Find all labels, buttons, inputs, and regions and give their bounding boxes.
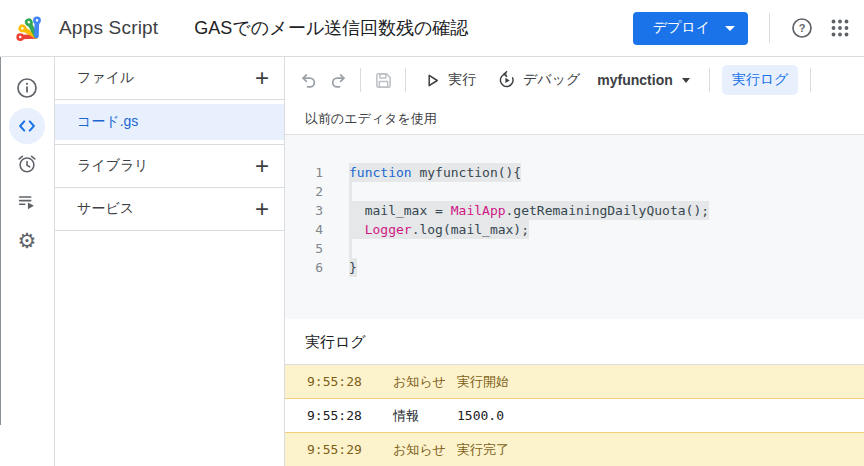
log-row: 9:55:28情報1500.0 <box>285 399 864 433</box>
apps-script-logo-icon <box>16 11 50 45</box>
code-content <box>349 182 352 201</box>
files-header-label: ファイル <box>77 69 134 87</box>
apps-script-window: Apps Script GASでのメール送信回数残の確認 デプロイ ? <box>0 0 864 466</box>
code-content: Logger.log(mail_max); <box>349 220 529 239</box>
code-line[interactable]: 6} <box>285 258 864 277</box>
code-segment: myfunction(){ <box>412 165 522 180</box>
code-segment: function <box>349 165 412 180</box>
libraries-header-label: ライブラリ <box>77 157 149 175</box>
files-panel: ファイル + コード.gs ライブラリ + サービス + <box>55 57 285 466</box>
line-number: 5 <box>285 239 323 258</box>
code-line[interactable]: 5 <box>285 239 864 258</box>
toolbar-divider <box>405 68 406 92</box>
file-list: コード.gs <box>55 100 284 145</box>
execution-log-toggle[interactable]: 実行ログ <box>722 65 799 95</box>
toolbar-divider <box>360 68 361 92</box>
nav-overview[interactable] <box>8 69 46 107</box>
log-type: お知らせ <box>393 373 457 391</box>
use-legacy-editor-link[interactable]: 以前のエディタを使用 <box>305 110 437 128</box>
svg-text:?: ? <box>799 22 806 34</box>
add-file-button[interactable]: + <box>255 68 269 88</box>
debug-button[interactable]: デバッグ <box>498 71 580 89</box>
editor-column: 実行 デバッグ myfunction <box>285 57 864 466</box>
nav-settings[interactable]: ⚙ <box>8 221 46 259</box>
top-bar: Apps Script GASでのメール送信回数残の確認 デプロイ ? <box>0 0 864 57</box>
run-button[interactable]: 実行 <box>424 71 476 89</box>
undo-button[interactable] <box>293 65 323 95</box>
main-body: ⚙ ファイル + コード.gs ライブラリ + サービス + <box>0 57 864 466</box>
code-line[interactable]: 4 Logger.log(mail_max); <box>285 220 864 239</box>
files-section-header: ファイル + <box>55 57 284 100</box>
nav-editor[interactable] <box>8 107 46 145</box>
code-segment: .log(mail_max); <box>412 222 529 237</box>
run-label: 実行 <box>448 71 476 89</box>
navigation-rail: ⚙ <box>0 57 55 466</box>
line-number: 3 <box>285 201 323 220</box>
code-editor[interactable]: 1function myfunction(){23 mail_max = Mai… <box>285 134 864 319</box>
file-item-code-gs[interactable]: コード.gs <box>55 104 284 140</box>
google-apps-button[interactable] <box>830 18 850 38</box>
log-message: 実行開始 <box>457 373 509 391</box>
code-segment: Logger <box>365 222 412 237</box>
log-time: 9:55:28 <box>307 374 393 389</box>
topbar-actions: デプロイ ? <box>633 12 850 45</box>
play-icon <box>424 72 441 89</box>
log-message: 実行完了 <box>457 441 509 459</box>
code-line[interactable]: 2 <box>285 182 864 201</box>
code-content <box>349 239 352 258</box>
function-selector[interactable]: myfunction <box>597 72 689 88</box>
log-type: 情報 <box>393 407 457 425</box>
brand[interactable]: Apps Script <box>16 11 158 45</box>
code-segment: } <box>349 260 357 275</box>
log-type: お知らせ <box>393 441 457 459</box>
toolbar-divider <box>810 68 811 92</box>
redo-button[interactable] <box>323 65 353 95</box>
line-number: 2 <box>285 182 323 201</box>
add-library-button[interactable]: + <box>255 156 269 176</box>
log-message: 1500.0 <box>457 408 504 423</box>
code-line[interactable]: 3 mail_max = MailApp.getRemainingDailyQu… <box>285 201 864 220</box>
line-number: 6 <box>285 258 323 277</box>
toolbar-divider <box>709 68 710 92</box>
help-icon: ? <box>791 17 813 39</box>
code-content: function myfunction(){ <box>349 163 521 182</box>
help-button[interactable]: ? <box>791 17 813 39</box>
file-name-label: コード.gs <box>77 113 138 131</box>
debug-icon <box>498 71 516 89</box>
topbar-divider <box>769 13 770 43</box>
code-content: mail_max = MailApp.getRemainingDailyQuot… <box>349 201 709 220</box>
code-segment: MailApp <box>451 203 506 218</box>
nav-triggers[interactable] <box>8 145 46 183</box>
project-title[interactable]: GASでのメール送信回数残の確認 <box>194 16 468 40</box>
legacy-editor-bar: 以前のエディタを使用 <box>285 103 864 134</box>
clock-icon <box>16 153 38 175</box>
code-segment <box>349 222 365 237</box>
libraries-section-header: ライブラリ + <box>55 145 284 188</box>
selected-nav-highlight <box>9 108 45 144</box>
log-time: 9:55:29 <box>307 442 393 457</box>
window-left-edge <box>0 57 1 425</box>
gear-icon: ⚙ <box>18 230 37 251</box>
code-segment: mail_max = <box>349 203 451 218</box>
editor-toolbar: 実行 デバッグ myfunction <box>285 57 864 103</box>
code-icon <box>16 115 38 137</box>
execution-log-panel: 実行ログ 9:55:28お知らせ実行開始9:55:28情報1500.09:55:… <box>285 319 864 466</box>
services-section-header: サービス + <box>55 188 284 231</box>
chevron-down-icon <box>725 26 735 31</box>
line-number: 4 <box>285 220 323 239</box>
log-row: 9:55:29お知らせ実行完了 <box>285 433 864 466</box>
nav-executions[interactable] <box>8 183 46 221</box>
line-number: 1 <box>285 163 323 182</box>
code-segment: .getRemainingDailyQuota(); <box>506 203 710 218</box>
deploy-button[interactable]: デプロイ <box>633 12 748 45</box>
code-line[interactable]: 1function myfunction(){ <box>285 163 864 182</box>
log-time: 9:55:28 <box>307 408 393 423</box>
services-header-label: サービス <box>77 200 134 218</box>
deploy-button-label: デプロイ <box>653 19 710 37</box>
execution-log-title: 実行ログ <box>285 319 864 365</box>
function-selector-value: myfunction <box>597 72 672 88</box>
info-icon <box>16 77 38 99</box>
save-button[interactable] <box>368 65 398 95</box>
add-service-button[interactable]: + <box>255 199 269 219</box>
brand-name: Apps Script <box>59 17 158 39</box>
